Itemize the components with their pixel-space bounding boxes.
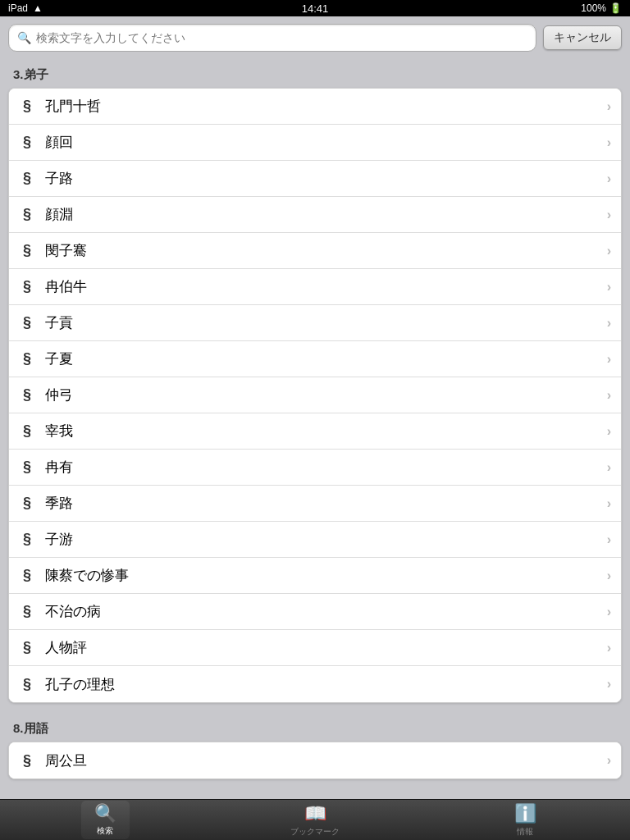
list-item[interactable]: §孔門十哲› — [9, 89, 621, 125]
list-item[interactable]: §冉有› — [9, 450, 621, 486]
section-symbol-icon: § — [19, 206, 35, 223]
chevron-icon: › — [607, 352, 611, 367]
chevron-icon: › — [607, 424, 611, 439]
battery-icon: 🔋 — [609, 2, 622, 14]
section-symbol-icon: § — [19, 639, 35, 656]
list-item[interactable]: §周公旦› — [9, 742, 621, 778]
tab-search[interactable]: 🔍 検索 — [0, 797, 210, 840]
item-label: 閔子騫 — [45, 241, 607, 260]
chevron-icon: › — [607, 641, 611, 655]
item-label: 季路 — [45, 494, 607, 513]
section-symbol-icon: § — [19, 752, 35, 769]
item-label: 子夏 — [45, 349, 607, 368]
section-symbol-icon: § — [19, 386, 35, 404]
main-content: 3.弟子 §孔門十哲›§顔回›§子路›§顔淵›§閔子騫›§冉伯牛›§子貢›§子夏… — [0, 59, 630, 799]
section-symbol-icon: § — [19, 495, 35, 512]
list-item[interactable]: §子游› — [9, 522, 621, 558]
list-item[interactable]: §子夏› — [9, 341, 621, 377]
search-input-wrapper[interactable]: 🔍 — [8, 24, 536, 52]
chevron-icon: › — [607, 568, 611, 583]
section-symbol-icon: § — [19, 98, 35, 115]
chevron-icon: › — [607, 677, 611, 692]
section-symbol-icon: § — [19, 170, 35, 187]
section-symbol-icon: § — [19, 134, 35, 151]
tab-bookmark[interactable]: 📖 ブックマーク — [210, 800, 420, 841]
wifi-icon: ▲ — [33, 2, 43, 14]
list-item[interactable]: §季路› — [9, 486, 621, 522]
section-symbol-icon: § — [19, 459, 35, 476]
list-item[interactable]: §宰我› — [9, 413, 621, 450]
section-symbol-icon: § — [19, 603, 35, 620]
item-label: 冉有 — [45, 458, 607, 477]
info-tab-label: 情報 — [517, 826, 533, 838]
list-item[interactable]: §人物評› — [9, 630, 621, 666]
item-label: 顔回 — [45, 133, 607, 152]
item-label: 孔門十哲 — [45, 97, 607, 116]
list-deshi: §孔門十哲›§顔回›§子路›§顔淵›§閔子騫›§冉伯牛›§子貢›§子夏›§仲弓›… — [8, 88, 622, 703]
item-label: 陳蔡での惨事 — [45, 566, 607, 585]
list-item[interactable]: §顔淵› — [9, 197, 621, 233]
item-label: 宰我 — [45, 422, 607, 441]
list-item[interactable]: §仲弓› — [9, 377, 621, 413]
chevron-icon: › — [607, 460, 611, 475]
bookmark-tab-icon: 📖 — [304, 803, 326, 824]
tab-info[interactable]: ℹ️ 情報 — [420, 800, 630, 841]
item-label: 孔子の理想 — [45, 675, 607, 694]
bookmark-tab-label: ブックマーク — [290, 826, 340, 838]
section-symbol-icon: § — [19, 242, 35, 259]
item-label: 周公旦 — [45, 751, 607, 770]
list-item[interactable]: §陳蔡での惨事› — [9, 558, 621, 594]
battery-label: 100% — [581, 2, 606, 14]
item-label: 不治の病 — [45, 602, 607, 621]
item-label: 仲弓 — [45, 386, 607, 404]
list-item[interactable]: §子路› — [9, 161, 621, 197]
item-label: 冉伯牛 — [45, 277, 607, 296]
list-yogo: §周公旦› — [8, 742, 622, 779]
device-label: iPad — [8, 2, 28, 14]
section-header-yogo: 8.用語 — [0, 713, 630, 742]
section-symbol-icon: § — [19, 350, 35, 368]
chevron-icon: › — [607, 208, 611, 222]
info-tab-icon: ℹ️ — [514, 803, 536, 824]
list-item[interactable]: §不治の病› — [9, 594, 621, 630]
chevron-icon: › — [607, 388, 611, 403]
section-symbol-icon: § — [19, 422, 35, 440]
list-item[interactable]: §冉伯牛› — [9, 269, 621, 305]
search-tab-label: 検索 — [97, 825, 113, 837]
section-symbol-icon: § — [19, 567, 35, 584]
chevron-icon: › — [607, 753, 611, 768]
section-symbol-icon: § — [19, 531, 35, 548]
list-item[interactable]: §子貢› — [9, 305, 621, 341]
chevron-icon: › — [607, 316, 611, 331]
item-label: 人物評 — [45, 638, 607, 657]
chevron-icon: › — [607, 135, 611, 150]
search-bar-area: 🔍 キャンセル — [0, 16, 630, 59]
section-symbol-icon: § — [19, 314, 35, 331]
list-item[interactable]: §顔回› — [9, 125, 621, 161]
item-label: 子游 — [45, 530, 607, 549]
chevron-icon: › — [607, 532, 611, 547]
list-item[interactable]: §閔子騫› — [9, 233, 621, 269]
item-label: 顔淵 — [45, 205, 607, 224]
list-item[interactable]: §孔子の理想› — [9, 666, 621, 702]
chevron-icon: › — [607, 605, 611, 619]
chevron-icon: › — [607, 171, 611, 186]
item-label: 子路 — [45, 169, 607, 188]
item-label: 子貢 — [45, 313, 607, 332]
chevron-icon: › — [607, 280, 611, 294]
chevron-icon: › — [607, 496, 611, 511]
chevron-icon: › — [607, 244, 611, 258]
cancel-button[interactable]: キャンセル — [543, 25, 622, 50]
status-bar: iPad ▲ 14:41 100% 🔋 — [0, 0, 630, 16]
search-icon: 🔍 — [17, 31, 31, 44]
tab-bar: 🔍 検索 📖 ブックマーク ℹ️ 情報 — [0, 799, 630, 840]
search-input[interactable] — [36, 31, 527, 44]
time-display: 14:41 — [302, 2, 329, 15]
section-symbol-icon: § — [19, 278, 35, 295]
section-header-deshi: 3.弟子 — [0, 59, 630, 88]
search-tab-icon: 🔍 — [94, 803, 116, 824]
section-symbol-icon: § — [19, 676, 35, 693]
chevron-icon: › — [607, 99, 611, 114]
